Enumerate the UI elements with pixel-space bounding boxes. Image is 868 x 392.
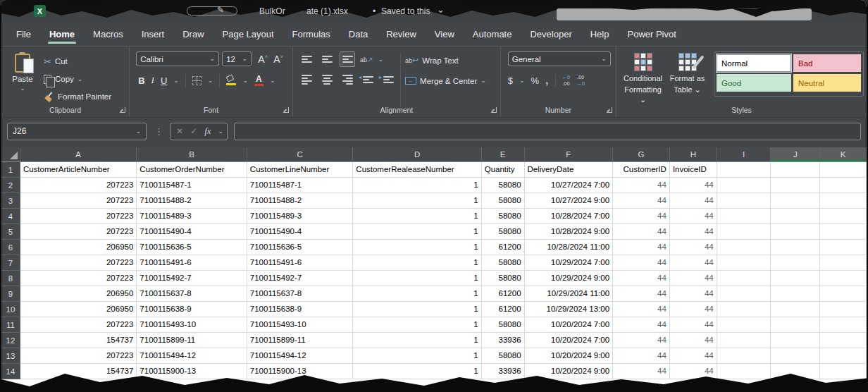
style-neutral[interactable]: Neutral [793,74,861,92]
cell-E12[interactable]: 33936 [482,333,525,348]
cell-B11[interactable]: 7100115493-10 [137,317,247,333]
merge-center-button[interactable]: ↔ Merge & Center ⌄ [405,73,486,88]
column-header-E[interactable]: E [482,147,525,162]
cell-A14[interactable]: 154737 [20,364,137,379]
cell-D12[interactable]: 1 [353,333,481,348]
style-good[interactable]: Good [717,74,791,92]
comma-style-button[interactable]: , [545,78,548,83]
cell-A3[interactable]: 207223 [20,193,137,209]
cell-E13[interactable]: 58080 [482,348,525,364]
cell-I5[interactable] [717,224,771,240]
chevron-down-icon[interactable]: ⌄ [242,78,248,84]
cell-K11[interactable] [820,317,867,333]
cell-E7[interactable]: 58080 [482,255,525,271]
cell-K8[interactable] [820,271,867,286]
column-header-G[interactable]: G [613,147,670,162]
cell-K5[interactable] [820,224,867,240]
cell-K9[interactable] [820,286,867,302]
row-header-8[interactable]: 8 [1,271,20,286]
cell-F10[interactable]: 10/29/2024 13:00 [525,302,614,317]
cell-D14[interactable]: 1 [353,364,481,379]
underline-button[interactable]: U [161,75,167,86]
cell-J1[interactable] [771,162,820,178]
cell-H12[interactable]: 44 [670,333,717,348]
cell-F8[interactable]: 10/29/2024 9:00 [525,271,614,286]
cell-F2[interactable]: 10/27/2024 7:00 [525,178,614,193]
name-box[interactable]: J26 ⌄ [7,123,147,140]
cell-J10[interactable] [771,302,820,317]
align-top-button[interactable] [299,51,314,67]
cell-C13[interactable]: 7100115494-12 [247,348,354,364]
cell-I8[interactable] [717,271,771,286]
cell-G5[interactable]: 44 [613,224,670,240]
cell-H7[interactable]: 44 [670,255,717,271]
cell-B2[interactable]: 7100115487-1 [137,178,247,193]
decrease-font-size-button[interactable]: A˅ [273,54,283,65]
font-color-icon[interactable]: A [254,75,264,86]
row-header-14[interactable]: 14 [1,364,20,379]
cell-K14[interactable] [820,364,867,379]
wrap-text-button[interactable]: ab↩ Wrap Text [405,53,486,68]
chevron-down-icon[interactable]: ⌄ [378,56,383,63]
cell-E5[interactable]: 58080 [482,224,525,240]
cell-D4[interactable]: 1 [353,209,481,224]
cell-B6[interactable]: 7100115636-5 [137,240,247,255]
cell-J2[interactable] [771,178,820,193]
cancel-icon[interactable]: ✕ [176,126,183,136]
cell-J3[interactable] [771,193,820,209]
cell-C12[interactable]: 7100115899-11 [247,333,354,348]
cell-G9[interactable]: 44 [613,286,670,302]
cell-B5[interactable]: 7100115490-4 [137,224,247,240]
cell-D6[interactable]: 1 [353,240,481,255]
cell-C11[interactable]: 7100115493-10 [247,317,354,333]
format-painter-button[interactable]: Format Painter [44,90,111,104]
style-normal[interactable]: Normal [717,54,791,72]
cell-D9[interactable]: 1 [353,286,481,302]
tab-home[interactable]: Home [40,29,84,46]
row-header-6[interactable]: 6 [1,240,20,255]
cell-H8[interactable]: 44 [670,271,717,286]
cell-F5[interactable]: 10/28/2024 9:00 [525,224,614,240]
cell-A6[interactable]: 206950 [20,240,137,255]
align-middle-button[interactable] [319,51,335,67]
cell-G7[interactable]: 44 [613,255,670,271]
column-header-A[interactable]: A [20,147,137,162]
cell-J11[interactable] [771,317,820,333]
row-header-9[interactable]: 9 [1,286,20,302]
cell-J8[interactable] [771,271,820,286]
cell-C1[interactable]: CustomerLineNumber [247,162,354,178]
select-all-corner[interactable] [1,147,20,162]
cell-C6[interactable]: 7100115636-5 [247,240,354,255]
cell-J7[interactable] [771,255,820,271]
cell-C14[interactable]: 7100115900-13 [247,364,354,379]
cell-F4[interactable]: 10/28/2024 7:00 [525,209,614,224]
copy-button[interactable]: Copy ⌄ [44,72,111,86]
cell-J5[interactable] [771,224,820,240]
row-header-10[interactable]: 10 [1,302,20,317]
column-header-H[interactable]: H [670,147,717,162]
cell-I7[interactable] [717,255,771,271]
cell-A10[interactable]: 206950 [20,302,137,317]
cell-F12[interactable]: 10/20/2024 7:00 [525,333,614,348]
decrease-indent-button[interactable]: ◂ [360,72,376,87]
cell-G11[interactable]: 44 [613,317,670,333]
cell-K2[interactable] [820,178,867,193]
cell-D11[interactable]: 1 [353,317,481,333]
cell-A2[interactable]: 207223 [20,178,137,193]
cell-E3[interactable]: 58080 [482,193,525,209]
cell-A1[interactable]: CustomerArticleNumber [20,162,137,178]
row-header-1[interactable]: 1 [1,162,20,178]
percent-button[interactable]: % [531,75,540,86]
clipboard-dialog-launcher-icon[interactable] [120,107,125,113]
row-header-5[interactable]: 5 [1,224,20,240]
alignment-dialog-launcher-icon[interactable] [491,107,497,113]
cell-H9[interactable]: 44 [670,286,717,302]
cell-I1[interactable] [717,162,771,178]
cell-F3[interactable]: 10/27/2024 9:00 [525,193,614,209]
row-header-12[interactable]: 12 [1,333,20,348]
tab-review[interactable]: Review [377,29,426,46]
cell-D2[interactable]: 1 [353,178,481,193]
row-header-3[interactable]: 3 [1,193,20,209]
cell-J13[interactable] [771,348,820,364]
cell-B7[interactable]: 7100115491-6 [137,255,247,271]
